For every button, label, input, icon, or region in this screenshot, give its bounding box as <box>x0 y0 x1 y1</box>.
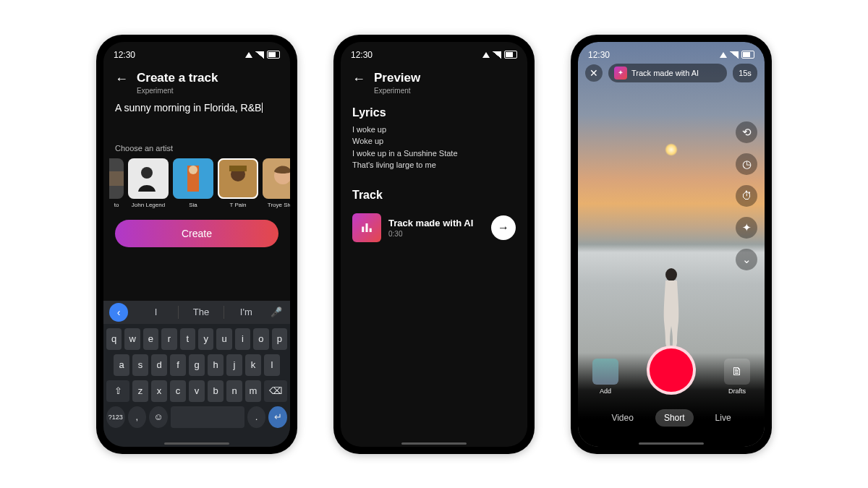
drafts-button[interactable]: 🗎 Drafts <box>724 359 750 395</box>
status-icons <box>245 51 280 59</box>
camera-top-bar: ✕ Track made with AI 15s <box>585 64 757 82</box>
speed-button[interactable]: ◷ <box>736 153 757 175</box>
soundtrack-label: Track made with AI <box>631 69 699 77</box>
signal-icon <box>730 51 739 59</box>
wifi-icon <box>245 52 252 58</box>
suggestion-3[interactable]: I'm <box>224 307 268 317</box>
key-x[interactable]: x <box>151 380 167 402</box>
close-button[interactable]: ✕ <box>585 64 603 82</box>
lyrics-heading: Lyrics <box>341 99 527 124</box>
key-row-2: asdfghjkl <box>106 354 287 376</box>
choose-artist-label: Choose an artist <box>103 144 290 153</box>
status-icons <box>720 51 754 59</box>
flip-camera-button[interactable]: ⟲ <box>736 121 757 143</box>
mic-icon[interactable]: 🎤 <box>268 307 284 317</box>
space-key[interactable] <box>171 406 244 428</box>
track-duration: 0:30 <box>388 230 484 238</box>
symbols-key[interactable]: ?123 <box>106 406 125 428</box>
key-f[interactable]: f <box>170 354 186 376</box>
artist-carousel[interactable]: to John Legend Sia T Pain Troye Sivan <box>103 158 290 208</box>
artist-option[interactable]: to <box>109 158 124 208</box>
sun-icon <box>665 143 678 156</box>
key-h[interactable]: h <box>208 354 224 376</box>
key-q[interactable]: q <box>106 328 122 350</box>
emoji-key[interactable]: ☺ <box>149 406 168 428</box>
key-t[interactable]: t <box>180 328 195 350</box>
svg-rect-0 <box>109 171 124 186</box>
comma-key[interactable]: , <box>128 406 147 428</box>
home-indicator[interactable] <box>639 442 704 445</box>
key-r[interactable]: r <box>161 328 176 350</box>
tab-live[interactable]: Live <box>707 409 740 427</box>
key-l[interactable]: l <box>264 354 280 376</box>
back-button[interactable]: ← <box>115 72 128 85</box>
key-d[interactable]: d <box>151 354 167 376</box>
key-s[interactable]: s <box>132 354 148 376</box>
soundtrack-pill[interactable]: Track made with AI <box>608 64 727 82</box>
key-z[interactable]: z <box>132 380 148 402</box>
phone-create-track: 12:30 ← Create a track Experiment A sunn… <box>96 35 297 454</box>
artist-option-t-pain[interactable]: T Pain <box>218 158 258 208</box>
prompt-text: A sunny morning in Florida, R&B <box>115 102 261 114</box>
key-c[interactable]: c <box>170 380 186 402</box>
key-w[interactable]: w <box>124 328 140 350</box>
create-button[interactable]: Create <box>115 220 278 247</box>
key-a[interactable]: a <box>114 354 129 376</box>
key-p[interactable]: p <box>272 328 287 350</box>
artist-option-john-legend[interactable]: John Legend <box>128 158 169 208</box>
more-tools-button[interactable]: ⌄ <box>736 249 757 270</box>
key-j[interactable]: j <box>226 354 242 376</box>
shift-key[interactable]: ⇧ <box>106 380 129 402</box>
keyboard-expand-button[interactable]: ‹ <box>109 303 128 322</box>
backspace-key[interactable]: ⌫ <box>264 380 287 402</box>
camera-bottom-row: Add 🗎 Drafts <box>578 346 765 395</box>
wifi-icon <box>482 52 490 58</box>
suggestion-1[interactable]: I <box>134 307 178 317</box>
svg-rect-8 <box>229 166 247 171</box>
tab-video[interactable]: Video <box>603 409 642 427</box>
timer-button[interactable]: ⏱ <box>736 185 757 207</box>
key-n[interactable]: n <box>226 380 242 402</box>
effects-button[interactable]: ✦ <box>736 217 757 239</box>
key-g[interactable]: g <box>189 354 205 376</box>
status-bar: 12:30 <box>578 42 765 64</box>
tab-short[interactable]: Short <box>655 409 694 427</box>
track-row: Track made with AI 0:30 → <box>341 206 527 249</box>
period-key[interactable]: . <box>247 406 266 428</box>
suggestion-2[interactable]: The <box>179 307 223 317</box>
key-i[interactable]: i <box>235 328 250 350</box>
enter-key[interactable]: ↵ <box>268 406 287 428</box>
key-v[interactable]: v <box>189 380 205 402</box>
back-button[interactable]: ← <box>352 72 365 85</box>
artist-option-troye-sivan[interactable]: Troye Sivan <box>263 158 290 208</box>
battery-icon <box>504 51 517 59</box>
track-artwork <box>352 213 381 242</box>
page-subtitle: Experiment <box>137 87 218 95</box>
svg-rect-11 <box>362 226 364 232</box>
signal-icon <box>255 51 264 59</box>
key-m[interactable]: m <box>245 380 261 402</box>
page-title: Preview <box>374 71 420 85</box>
key-row-3: ⇧ zxcvbnm ⌫ <box>106 380 287 402</box>
duration-selector[interactable]: 15s <box>733 64 757 82</box>
key-row-1: qwertyuiop <box>106 328 287 350</box>
gallery-thumbnail <box>592 359 618 385</box>
home-indicator[interactable] <box>164 442 229 445</box>
svg-rect-13 <box>370 228 372 231</box>
key-k[interactable]: k <box>245 354 261 376</box>
record-button[interactable] <box>647 346 696 395</box>
home-indicator[interactable] <box>401 442 467 445</box>
key-o[interactable]: o <box>253 328 268 350</box>
prompt-input[interactable]: A sunny morning in Florida, R&B <box>103 99 290 122</box>
key-b[interactable]: b <box>208 380 224 402</box>
key-e[interactable]: e <box>143 328 158 350</box>
text-cursor <box>262 103 263 113</box>
keyboard-suggestion-bar: ‹ I The I'm 🎤 <box>103 301 290 324</box>
key-u[interactable]: u <box>216 328 231 350</box>
artist-option-sia[interactable]: Sia <box>173 158 213 208</box>
play-next-button[interactable]: → <box>491 215 516 240</box>
add-gallery-button[interactable]: Add <box>592 359 618 395</box>
battery-icon <box>741 51 754 59</box>
key-y[interactable]: y <box>198 328 213 350</box>
key-row-4: ?123 , ☺ . ↵ <box>106 406 287 428</box>
